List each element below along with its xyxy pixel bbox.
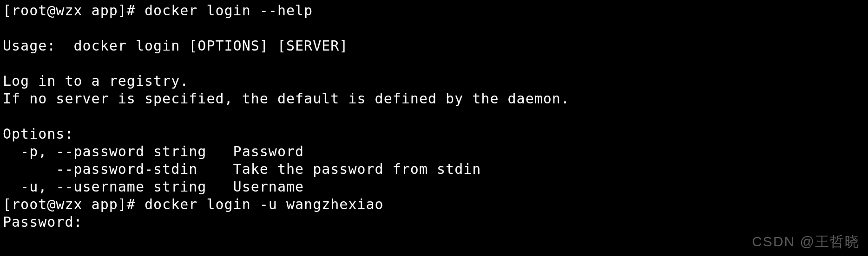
option-password: -p, --password string Password — [3, 143, 304, 160]
terminal-screen[interactable]: [root@wzx app]# docker login --help Usag… — [0, 0, 868, 233]
command-text: docker login -u wangzhexiao — [145, 196, 384, 212]
password-prompt[interactable]: Password: — [3, 214, 92, 230]
option-password-stdin: --password-stdin Take the password from … — [3, 161, 481, 177]
watermark-text: CSDN @王哲晓 — [752, 232, 860, 251]
command-text: docker login --help — [145, 2, 313, 19]
usage-line: Usage: docker login [OPTIONS] [SERVER] — [3, 38, 348, 54]
options-header: Options: — [3, 126, 74, 142]
shell-prompt: [root@wzx app]# — [3, 196, 145, 212]
help-description-line: Log in to a registry. — [3, 73, 189, 89]
option-username: -u, --username string Username — [3, 179, 304, 195]
help-description-line: If no server is specified, the default i… — [3, 90, 570, 107]
shell-prompt: [root@wzx app]# — [3, 2, 145, 19]
